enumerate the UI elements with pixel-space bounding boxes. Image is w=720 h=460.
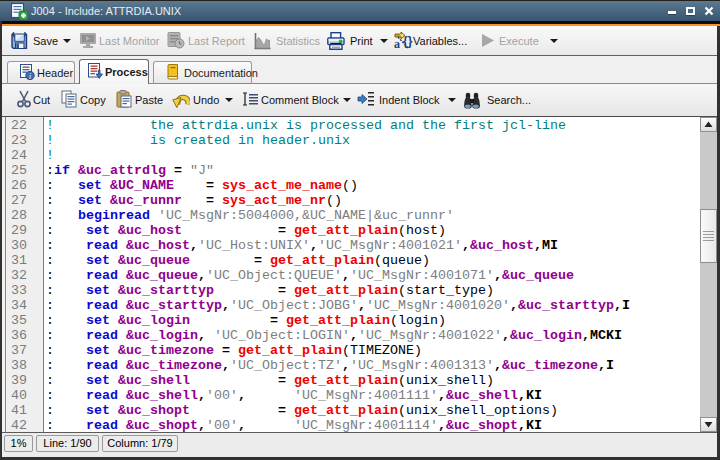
svg-text:a: a <box>394 37 400 50</box>
svg-text:i: i <box>29 72 31 80</box>
svg-text:{}: {} <box>403 34 413 48</box>
